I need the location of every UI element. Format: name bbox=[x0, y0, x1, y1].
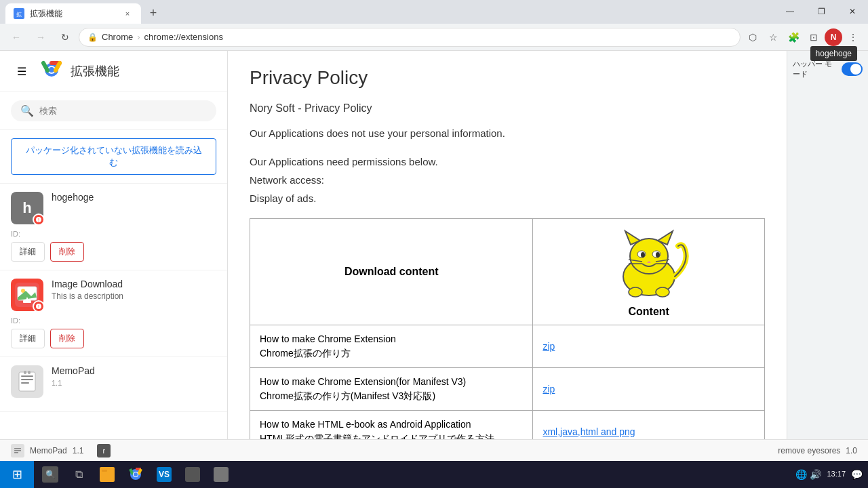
forward-button[interactable]: → bbox=[30, 26, 52, 48]
policy-text-1: Our Applications does not use your perso… bbox=[250, 125, 765, 142]
close-button[interactable]: ✕ bbox=[837, 2, 868, 21]
load-unpacked-button[interactable]: パッケージ化されていない拡張機能を読み込む bbox=[11, 138, 216, 175]
remove-eyesores-item: remove eyesores 1.0 bbox=[778, 446, 857, 455]
svg-rect-22 bbox=[28, 371, 31, 374]
ext-details-btn-hogehoge[interactable]: 詳細 bbox=[11, 242, 45, 262]
svg-text:拡: 拡 bbox=[16, 12, 22, 18]
extension-item-hogehoge: h ! hogehoge ID: 詳細 削除 bbox=[0, 184, 227, 270]
table-cell-right-1: zip bbox=[533, 325, 765, 368]
start-button[interactable]: ⊞ bbox=[0, 461, 34, 488]
ext-id-hogehoge: ID: bbox=[11, 230, 216, 238]
svg-text:!: ! bbox=[38, 218, 39, 222]
svg-text:!: ! bbox=[38, 304, 39, 309]
hyper-mode-toggle[interactable] bbox=[842, 62, 863, 76]
svg-rect-13 bbox=[26, 298, 28, 303]
sidebar-search[interactable]: 🔍 bbox=[0, 92, 227, 130]
taskbar-clock: 13:17 bbox=[827, 469, 846, 479]
back-button[interactable]: ← bbox=[5, 26, 27, 48]
hamburger-button[interactable]: ☰ bbox=[11, 60, 33, 82]
taskbar-network-icon: 🌐 bbox=[795, 469, 807, 480]
split-view-icon[interactable]: ⊡ bbox=[804, 28, 823, 47]
table-cell-left-1: How to make Chrome Extension Chrome拡張の作り… bbox=[250, 325, 533, 368]
ext-name-hogehoge: hogehoge bbox=[52, 192, 216, 203]
lock-icon: 🔒 bbox=[87, 33, 98, 42]
ext-actions-hogehoge: 詳細 削除 bbox=[11, 242, 216, 262]
search-box[interactable]: 🔍 bbox=[11, 100, 216, 121]
window-controls: — ❐ ✕ bbox=[774, 2, 868, 21]
bookmark-icon[interactable]: ☆ bbox=[764, 28, 783, 47]
remove-eyesores-label: remove eyesores bbox=[778, 446, 840, 455]
new-tab-button[interactable]: + bbox=[144, 3, 163, 22]
open-tab-icon[interactable]: ⬡ bbox=[743, 28, 762, 47]
taskbar-search[interactable]: 🔍 bbox=[37, 461, 64, 488]
policy-subtitle: Nory Soft - Privacy Policy bbox=[250, 102, 765, 115]
para2-line1: Our Applications need permissions below. bbox=[250, 156, 438, 167]
extension-item-memopad: MemoPad 1.1 bbox=[0, 357, 227, 412]
taskbar-extra2[interactable] bbox=[208, 461, 235, 488]
taskbar-volume-icon: 🔊 bbox=[810, 469, 821, 480]
memopad-label: MemoPad bbox=[30, 446, 67, 455]
ext-remove-btn-hogehoge[interactable]: 削除 bbox=[50, 242, 84, 262]
menu-icon[interactable]: ⋮ bbox=[844, 28, 863, 47]
table-row-2: How to make Chrome Extension(for Manifes… bbox=[250, 368, 765, 411]
ext-info-hogehoge: hogehoge bbox=[52, 192, 216, 203]
taskbar-taskview[interactable]: ⧉ bbox=[65, 461, 92, 488]
download-table: Download content bbox=[250, 218, 765, 439]
minimize-button[interactable]: — bbox=[774, 2, 806, 21]
tab-close-btn[interactable]: × bbox=[122, 8, 133, 19]
ext-badge-image: ! bbox=[33, 300, 45, 312]
address-bar[interactable]: 🔒 Chrome › chrome://extensions bbox=[79, 28, 741, 47]
ext-info-memopad: MemoPad 1.1 bbox=[52, 365, 216, 387]
table-row-3: How to Make HTML e-book as Android Appli… bbox=[250, 411, 765, 440]
search-input[interactable] bbox=[39, 106, 207, 116]
svg-rect-20 bbox=[21, 382, 29, 384]
taskbar-extra1[interactable] bbox=[179, 461, 206, 488]
tab-title: 拡張機能 bbox=[30, 8, 117, 20]
svg-rect-40 bbox=[14, 450, 21, 451]
ext-name-image: Image Download bbox=[52, 279, 216, 289]
sidebar-title: 拡張機能 bbox=[71, 63, 119, 79]
sidebar: ☰ 拡張機能 🔍 bbox=[0, 51, 228, 439]
table-row-1: How to make Chrome Extension Chrome拡張の作り… bbox=[250, 325, 765, 368]
svg-rect-42 bbox=[102, 471, 113, 479]
table-header-right-label: Content bbox=[542, 306, 755, 318]
table-link-2[interactable]: zip bbox=[542, 384, 555, 394]
taskbar-notification-icon[interactable]: 💬 bbox=[851, 469, 863, 480]
ext-info-image: Image Download This is a description bbox=[52, 279, 216, 302]
taskbar-right: 🌐 🔊 13:17 💬 bbox=[795, 469, 868, 480]
table-cell-right-3: xml,java,html and png bbox=[533, 411, 765, 440]
taskbar-chrome[interactable] bbox=[122, 461, 149, 488]
svg-point-36 bbox=[629, 287, 642, 297]
taskbar-sys-icons: 🌐 🔊 bbox=[795, 469, 821, 480]
table-link-1[interactable]: zip bbox=[542, 341, 555, 352]
taskbar-time: 13:17 bbox=[827, 469, 846, 479]
ext-details-btn-image[interactable]: 詳細 bbox=[11, 329, 45, 348]
nav-right-icons: ⬡ ☆ 🧩 ⊡ N ⋮ bbox=[743, 28, 863, 47]
bottom-bar: MemoPad 1.1 r remove eyesores 1.0 bbox=[0, 439, 868, 461]
svg-point-4 bbox=[49, 67, 54, 73]
taskbar-file-explorer[interactable] bbox=[94, 461, 121, 488]
cat-image-cell: Content bbox=[542, 226, 755, 318]
policy-permissions: Our Applications need permissions below.… bbox=[250, 152, 765, 207]
profile-avatar[interactable]: N bbox=[825, 28, 842, 46]
extensions-icon[interactable]: 🧩 bbox=[784, 28, 803, 47]
taskbar-vscode[interactable]: VS bbox=[151, 461, 178, 488]
ext-id-image: ID: bbox=[11, 317, 216, 325]
svg-rect-17 bbox=[19, 372, 35, 391]
hyper-mode-panel: ハッパー モード bbox=[787, 51, 868, 439]
ext-remove-btn-image[interactable]: 削除 bbox=[50, 329, 84, 348]
memopad-version: 1.1 bbox=[73, 446, 84, 455]
taskbar: ⊞ 🔍 ⧉ VS bbox=[0, 461, 868, 488]
taskbar-icons: 🔍 ⧉ VS bbox=[34, 461, 237, 488]
ext-version-memopad: 1.1 bbox=[52, 379, 216, 387]
chrome-label: Chrome bbox=[102, 32, 133, 42]
load-unpacked-area: パッケージ化されていない拡張機能を読み込む bbox=[0, 130, 227, 184]
ext-icon-wrapper-hogehoge: h ! bbox=[11, 192, 43, 224]
restore-button[interactable]: ❐ bbox=[806, 2, 837, 21]
content-panel: Privacy Policy Nory Soft - Privacy Polic… bbox=[228, 51, 787, 439]
svg-rect-19 bbox=[21, 379, 33, 380]
table-link-3[interactable]: xml,java,html and png bbox=[542, 426, 635, 437]
table-cell-left-2: How to make Chrome Extension(for Manifes… bbox=[250, 368, 533, 411]
active-tab[interactable]: 拡 拡張機能 × bbox=[5, 3, 141, 24]
refresh-button[interactable]: ↻ bbox=[54, 26, 76, 48]
